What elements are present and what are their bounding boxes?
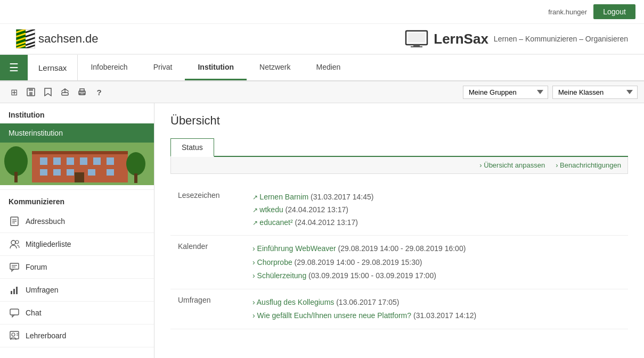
username-label: frank.hunger [548, 8, 587, 16]
sidebar-item-forum[interactable]: Forum [0, 256, 154, 279]
webweaver-date: (29.08.2019 14:00 - 29.08.2019 16:00) [338, 244, 466, 253]
institution-image [0, 143, 154, 185]
institution-section-label: Institution [0, 103, 154, 123]
header-right: LernSax Lernen – Kommunizieren – Organis… [405, 30, 628, 48]
svg-rect-28 [40, 157, 47, 165]
mitgliederliste-label: Mitgliederliste [26, 240, 71, 248]
save-icon[interactable] [23, 85, 38, 99]
main-content: Übersicht Status › Übersicht anpassen › … [154, 103, 644, 358]
schuelerzeitung-date: (03.09.2019 15:00 - 03.09.2019 17:00) [308, 271, 436, 280]
wie-gefaellt-link[interactable]: Wie gefällt Euch/Ihnen unsere neue Platt… [252, 309, 621, 322]
main-nav: ☰ Lernsax Infobereich Privat Institution… [0, 55, 644, 81]
page-title: Übersicht [170, 114, 628, 128]
sidebar: Institution Musterinstitution [0, 103, 154, 358]
lehrerboard-label: Lehrerboard [26, 331, 66, 340]
sachsen-logo: sachsen.de [16, 29, 99, 48]
svg-rect-33 [107, 157, 114, 165]
table-row-lesezeichen: Lesezeichen Lernen Barnim (31.03.2017 14… [170, 185, 628, 236]
chat-icon [9, 307, 20, 319]
tab-netzwerk[interactable]: Netzwerk [247, 55, 303, 80]
lernsax-tagline-label: Lernen – Kommunizieren – Organisieren [494, 35, 628, 43]
tab-status[interactable]: Status [170, 138, 214, 157]
tab-privat[interactable]: Privat [141, 55, 185, 80]
sidebar-item-lehrerboard[interactable]: Lehrerboard [0, 324, 154, 347]
svg-rect-38 [107, 169, 114, 176]
chorprobe-date: (29.08.2019 14:00 - 29.08.2019 15:30) [295, 258, 422, 267]
svg-rect-34 [40, 169, 47, 176]
institution-item[interactable]: Musterinstitution [0, 123, 154, 143]
kommunizieren-section-label: Kommunizieren [0, 189, 154, 210]
svg-point-47 [11, 240, 15, 245]
ausflug-date: (13.06.2017 17:05) [336, 298, 399, 306]
svg-rect-39 [75, 172, 84, 182]
overview-actions: › Übersicht anpassen › Benachrichtigunge… [170, 157, 628, 174]
tab-institution[interactable]: Institution [185, 55, 247, 80]
benachrichtigungen-link[interactable]: › Benachrichtigungen [556, 161, 621, 169]
table-row-kalender: Kalender Einführung WebWeaver (29.08.201… [170, 236, 628, 289]
forum-label: Forum [26, 263, 47, 271]
schuelerzeitung-link[interactable]: Schülerzeitung (03.09.2019 15:00 - 03.09… [252, 269, 621, 282]
forum-icon [9, 261, 20, 273]
tab-bar: Status [170, 138, 628, 157]
grid-icon[interactable]: ⊞ [6, 85, 21, 99]
svg-rect-54 [16, 287, 18, 294]
lesezeichen-label: Lesezeichen [170, 185, 245, 236]
nav-tabs: Infobereich Privat Institution Netzwerk … [78, 55, 644, 80]
lernen-barnim-date: (31.03.2017 14:45) [311, 193, 373, 201]
mitgliederliste-icon [9, 238, 20, 250]
svg-rect-18 [29, 88, 33, 91]
svg-rect-26 [14, 172, 18, 182]
svg-rect-42 [134, 173, 137, 183]
chorprobe-link[interactable]: Chorprobe (29.08.2019 14:00 - 29.08.2019… [252, 256, 621, 269]
svg-rect-22 [80, 89, 84, 91]
sidebar-item-chat[interactable]: Chat [0, 302, 154, 324]
svg-rect-30 [67, 157, 74, 165]
svg-rect-32 [93, 157, 101, 165]
svg-rect-14 [408, 33, 425, 43]
print-icon[interactable] [75, 85, 89, 99]
sidebar-item-mitgliederliste[interactable]: Mitgliederliste [0, 233, 154, 256]
svg-rect-53 [13, 289, 15, 294]
uebersicht-anpassen-link[interactable]: › Übersicht anpassen [479, 161, 545, 169]
building-icon [0, 143, 154, 185]
svg-rect-40 [32, 151, 128, 154]
hamburger-button[interactable]: ☰ [0, 55, 28, 80]
svg-rect-52 [11, 291, 12, 294]
help-icon[interactable]: ? [92, 85, 107, 99]
svg-rect-37 [88, 169, 95, 176]
top-bar: frank.hunger Logout [0, 0, 644, 24]
kalender-links: Einführung WebWeaver (29.08.2019 14:00 -… [245, 236, 628, 289]
svg-point-48 [15, 240, 19, 244]
svg-rect-29 [53, 157, 61, 165]
sidebar-item-adressbuch[interactable]: Adressbuch [0, 210, 154, 233]
lernsax-brand-label: LernSax [434, 31, 488, 47]
svg-rect-16 [411, 46, 422, 47]
toolbar: ⊞ ? Meine Gruppen Meine Klassen [0, 81, 644, 103]
ausflug-kollegium-link[interactable]: Ausflug des Kollegiums (13.06.2017 17:05… [252, 296, 621, 309]
lernsax-logo: LernSax Lernen – Kommunizieren – Organis… [405, 30, 628, 48]
educanet-date: (24.04.2012 13:17) [295, 218, 358, 227]
svg-point-25 [4, 146, 28, 176]
svg-point-41 [126, 152, 145, 176]
einfuehrung-webweaver-link[interactable]: Einführung WebWeaver (29.08.2019 14:00 -… [252, 242, 621, 255]
umfragen-label: Umfragen [26, 286, 58, 294]
tab-medien[interactable]: Medien [303, 55, 353, 80]
sachsen-label: sachsen.de [38, 32, 99, 46]
educanet-link[interactable]: educanet² (24.04.2012 13:17) [252, 217, 621, 229]
sachsen-coat-icon [16, 29, 35, 48]
chat-label: Chat [26, 309, 42, 317]
wtkedu-link[interactable]: wtkedu (24.04.2012 13:17) [252, 204, 621, 217]
meine-gruppen-dropdown[interactable]: Meine Gruppen [463, 86, 548, 99]
header-left: sachsen.de [16, 29, 99, 48]
sidebar-item-umfragen[interactable]: Umfragen [0, 279, 154, 302]
svg-rect-19 [29, 92, 32, 95]
bookmark-icon[interactable] [40, 85, 55, 99]
lernen-barnim-link[interactable]: Lernen Barnim (31.03.2017 14:45) [252, 191, 621, 204]
adressbuch-icon [9, 215, 20, 227]
tab-infobereich[interactable]: Infobereich [78, 55, 140, 80]
share-icon[interactable] [58, 85, 72, 99]
meine-klassen-dropdown[interactable]: Meine Klassen [552, 86, 638, 99]
overview-table: Lesezeichen Lernen Barnim (31.03.2017 14… [170, 185, 628, 329]
umfragen-links: Ausflug des Kollegiums (13.06.2017 17:05… [245, 289, 628, 329]
logout-button[interactable]: Logout [593, 4, 635, 19]
